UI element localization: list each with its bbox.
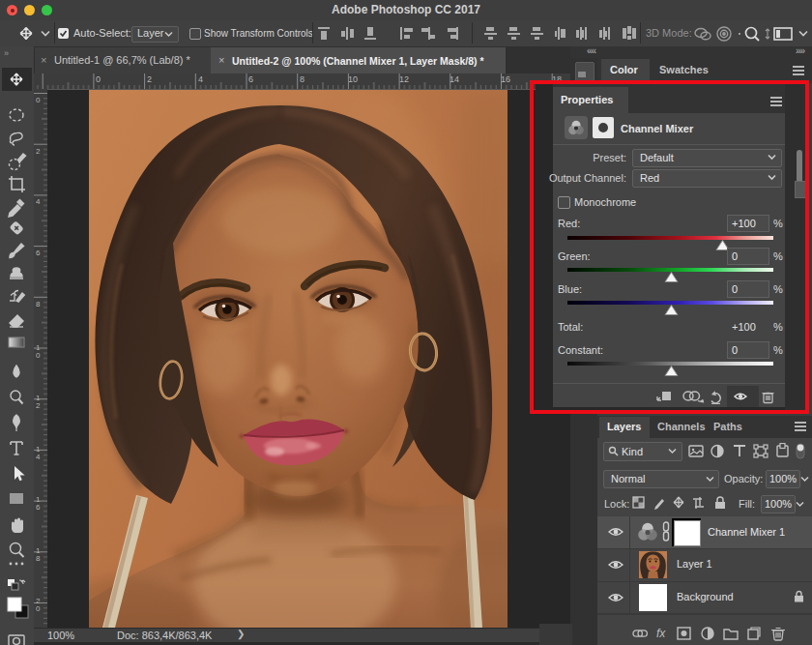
svg-text:8: 8 — [36, 554, 41, 563]
svg-text:8: 8 — [300, 74, 304, 84]
svg-text:14: 14 — [450, 74, 459, 84]
svg-text:2: 2 — [36, 147, 41, 156]
svg-text:6: 6 — [248, 74, 253, 84]
svg-text:0: 0 — [96, 74, 101, 84]
svg-text:4: 4 — [36, 197, 41, 206]
svg-text:4: 4 — [36, 453, 41, 461]
svg-text:2: 2 — [36, 401, 41, 410]
svg-text:fx: fx — [656, 627, 666, 640]
svg-text:0: 0 — [36, 604, 41, 613]
svg-text:12: 12 — [399, 74, 409, 84]
svg-text:6: 6 — [36, 249, 41, 257]
svg-text:16: 16 — [501, 74, 510, 84]
svg-text:6: 6 — [36, 503, 41, 512]
svg-text:8: 8 — [36, 300, 41, 308]
svg-text:0: 0 — [36, 96, 41, 104]
svg-text:4: 4 — [198, 74, 203, 84]
svg-text:10: 10 — [348, 74, 358, 84]
svg-text:0: 0 — [36, 351, 41, 360]
svg-text:2: 2 — [147, 74, 152, 84]
